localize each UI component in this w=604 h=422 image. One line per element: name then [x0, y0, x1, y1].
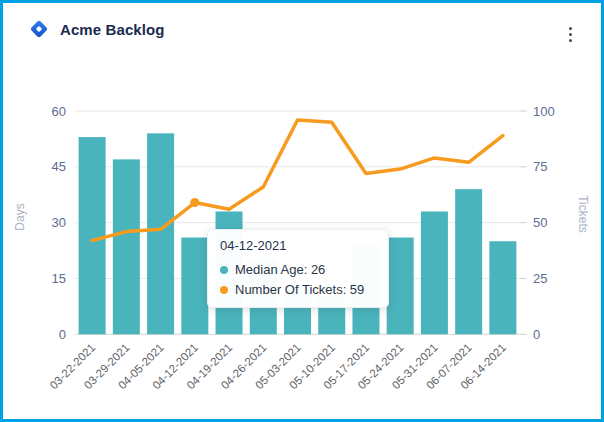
y-axis-label-left: 15 — [52, 271, 66, 286]
y-axis-label-left: 60 — [52, 104, 66, 119]
tooltip-date-title: 04-12-2021 — [220, 238, 376, 253]
chart-tooltip: 04-12-2021 Median Age: 26Number Of Ticke… — [207, 229, 389, 308]
y-axis-label-left: 45 — [52, 159, 66, 174]
tooltip-rows: Median Age: 26Number Of Tickets: 59 — [220, 262, 376, 297]
y-axis-label-right: 0 — [533, 327, 540, 342]
page-title: Acme Backlog — [60, 21, 165, 38]
bar[interactable] — [113, 159, 140, 334]
bar[interactable] — [387, 238, 414, 335]
bar[interactable] — [489, 241, 516, 334]
kebab-menu-button[interactable] — [557, 19, 583, 49]
y-axis-label-left: 0 — [59, 327, 66, 342]
line-point-marker[interactable] — [190, 198, 199, 207]
bar[interactable] — [421, 211, 448, 334]
bar[interactable] — [147, 133, 174, 334]
jira-diamond-icon — [28, 18, 50, 40]
y-axis-label-left: 30 — [52, 215, 66, 230]
tooltip-row: Median Age: 26 — [220, 262, 376, 277]
y-axis-label-right: 50 — [533, 215, 547, 230]
series-swatch-icon — [220, 266, 228, 274]
y-axis-label-right: 75 — [533, 159, 547, 174]
widget-header: Acme Backlog — [28, 18, 165, 40]
y-axis-label-right: 25 — [533, 271, 547, 286]
y-axis-label-right: 100 — [533, 104, 555, 119]
tooltip-row-text: Number Of Tickets: 59 — [235, 282, 364, 297]
tooltip-row-text: Median Age: 26 — [235, 262, 325, 277]
bar[interactable] — [181, 238, 208, 335]
tooltip-row: Number Of Tickets: 59 — [220, 282, 376, 297]
backlog-widget-card: Acme Backlog 015304560025507510003-22-20… — [0, 0, 604, 422]
series-swatch-icon — [220, 286, 228, 294]
kebab-menu-icon — [569, 27, 572, 30]
bar[interactable] — [79, 137, 106, 334]
bar[interactable] — [455, 189, 482, 334]
